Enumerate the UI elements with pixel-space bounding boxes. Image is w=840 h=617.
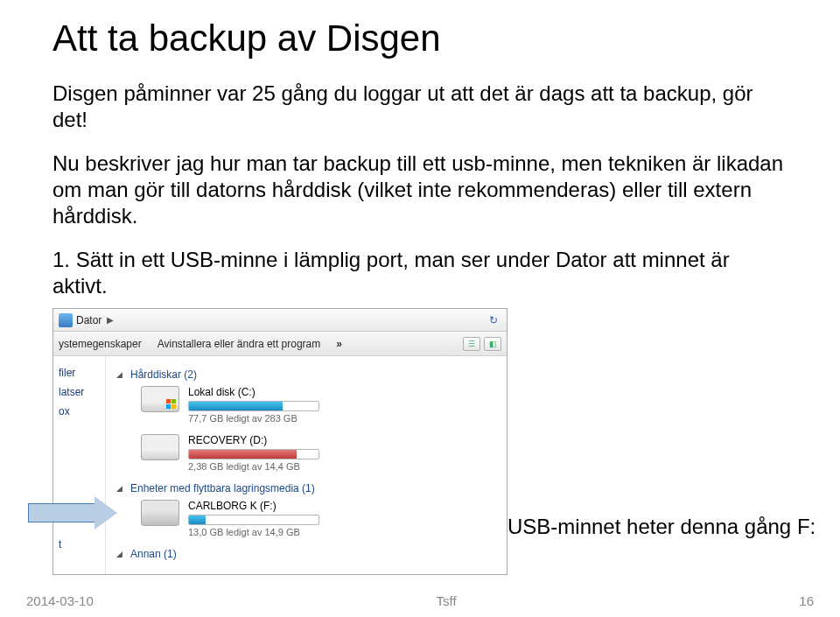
usb-caption: USB-minnet heter denna gång F: xyxy=(508,515,816,539)
view-pane-icon[interactable]: ◧ xyxy=(484,337,501,351)
capacity-bar xyxy=(188,449,319,459)
drive-info: 13,0 GB ledigt av 14,9 GB xyxy=(188,527,319,537)
toolbar-uninstall-program[interactable]: Avinstallera eller ändra ett program xyxy=(158,338,321,350)
breadcrumb-text[interactable]: Dator xyxy=(76,314,102,326)
toolbar-system-properties[interactable]: ystemegenskaper xyxy=(59,338,142,350)
group-other[interactable]: ◢ Annan (1) xyxy=(116,548,498,560)
footer-center: Tsff xyxy=(436,593,456,608)
collapse-icon[interactable]: ◢ xyxy=(116,370,125,379)
drive-c[interactable]: Lokal disk (C:) 77,7 GB ledigt av 283 GB xyxy=(141,386,498,424)
refresh-icon[interactable]: ↻ xyxy=(486,312,501,328)
drive-name: RECOVERY (D:) xyxy=(188,434,319,446)
drive-icon xyxy=(141,434,179,460)
toolbar: ystemegenskaper Avinstallera eller ändra… xyxy=(53,332,507,356)
pointer-arrow-icon xyxy=(28,496,124,529)
usb-drive-icon xyxy=(141,500,179,526)
drive-pane: ◢ Hårddiskar (2) Lokal disk (C:) 77,7 GB… xyxy=(106,356,507,574)
view-list-icon[interactable]: ☰ xyxy=(463,337,480,351)
drive-info: 77,7 GB ledigt av 283 GB xyxy=(188,413,319,424)
drive-info: 2,38 GB ledigt av 14,4 GB xyxy=(188,461,319,472)
footer-page: 16 xyxy=(799,593,814,608)
collapse-icon[interactable]: ◢ xyxy=(116,484,125,493)
drive-f[interactable]: CARLBORG K (F:) 13,0 GB ledigt av 14,9 G… xyxy=(141,500,498,537)
intro-paragraph-1: Disgen påminner var 25 gång du loggar ut… xyxy=(52,81,788,133)
step-1: 1. Sätt in ett USB-minne i lämplig port,… xyxy=(52,247,788,299)
breadcrumb-bar: Dator ▶ ↻ xyxy=(53,309,507,332)
capacity-bar xyxy=(188,401,319,411)
intro-paragraph-2: Nu beskriver jag hur man tar backup till… xyxy=(52,151,788,229)
footer-date: 2014-03-10 xyxy=(26,593,94,608)
sidebar-item[interactable]: latser xyxy=(57,382,102,402)
sidebar-item[interactable]: ox xyxy=(57,402,102,421)
page-title: Att ta backup av Disgen xyxy=(52,18,788,60)
explorer-screenshot: Dator ▶ ↻ ystemegenskaper Avinstallera e… xyxy=(52,308,542,575)
group-removable[interactable]: ◢ Enheter med flyttbara lagringsmedia (1… xyxy=(116,482,498,494)
view-icons-group: ☰ ◧ xyxy=(463,337,501,351)
computer-icon xyxy=(59,313,73,327)
capacity-bar xyxy=(188,515,319,525)
sidebar-item[interactable]: t xyxy=(57,535,102,554)
toolbar-overflow-icon[interactable]: » xyxy=(336,338,342,350)
collapse-icon[interactable]: ◢ xyxy=(116,550,125,558)
slide-footer: 2014-03-10 Tsff 16 xyxy=(0,593,840,608)
sidebar: filer latser ox t xyxy=(53,356,106,574)
drive-d[interactable]: RECOVERY (D:) 2,38 GB ledigt av 14,4 GB xyxy=(141,434,498,472)
breadcrumb-arrow-icon[interactable]: ▶ xyxy=(105,315,116,325)
drive-name: CARLBORG K (F:) xyxy=(188,500,319,512)
group-hard-disks[interactable]: ◢ Hårddiskar (2) xyxy=(116,368,498,381)
drive-name: Lokal disk (C:) xyxy=(188,386,319,398)
sidebar-item[interactable]: filer xyxy=(57,363,102,382)
drive-icon xyxy=(141,386,179,412)
